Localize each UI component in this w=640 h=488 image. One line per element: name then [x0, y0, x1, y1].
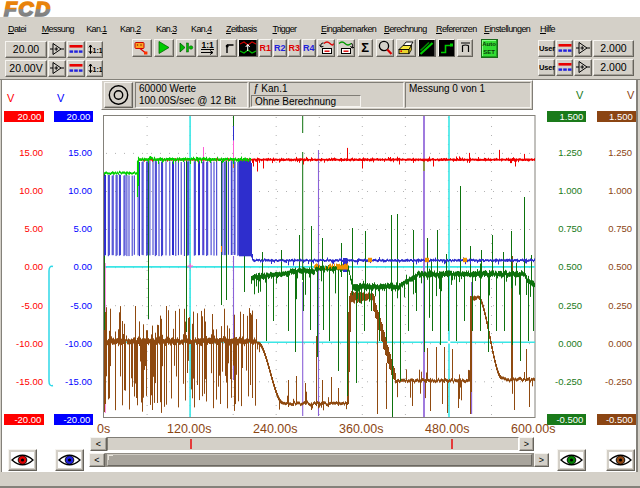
svg-text:1:1: 1:1 [93, 47, 102, 54]
svg-text:1:1: 1:1 [93, 65, 102, 72]
svg-text:FCD: FCD [4, 0, 52, 18]
svg-text:1:1: 1:1 [202, 40, 215, 50]
